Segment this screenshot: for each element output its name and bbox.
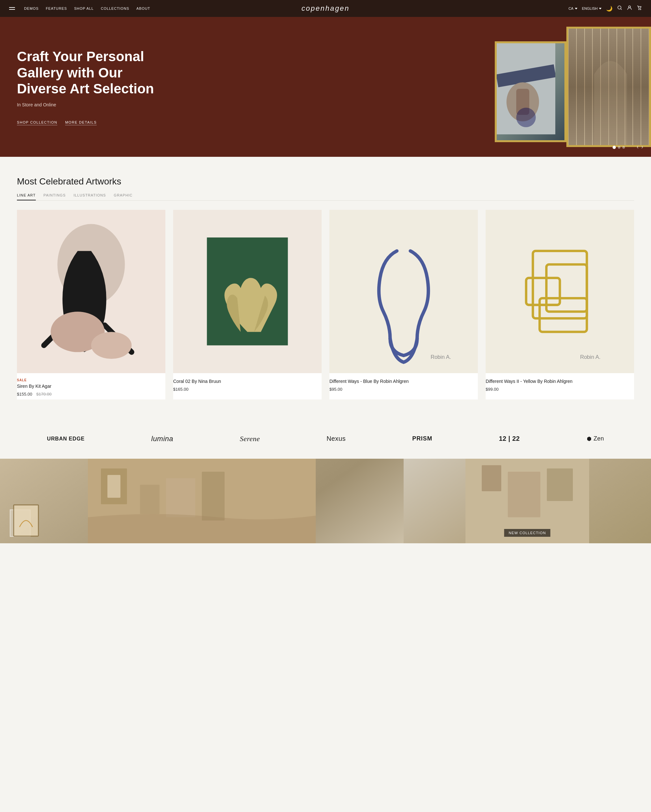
artwork-card-4[interactable]: Robin A. Different Ways II - Yellow By R… [486, 210, 634, 400]
artwork-info-3: Different Ways - Blue By Robin Ahlgren $… [329, 373, 478, 395]
svg-line-3 [621, 9, 622, 10]
svg-rect-24 [107, 475, 121, 498]
bottom-image-left [0, 459, 403, 543]
svg-rect-31 [508, 472, 540, 517]
brand-lumina[interactable]: lumina [151, 435, 173, 443]
svg-rect-10 [516, 89, 529, 115]
artwork-name-2: Coral 02 By Nina Bruun [173, 379, 322, 384]
hero-artwork-1-svg [497, 43, 555, 134]
nav-link-demos[interactable]: DEMOS [24, 6, 39, 11]
brand-prism[interactable]: PRISM [413, 435, 432, 442]
svg-point-4 [628, 6, 631, 8]
svg-rect-26 [166, 478, 195, 517]
hero-images [495, 17, 651, 157]
nav-left: DEMOS FEATURES SHOP ALL COLLECTIONS ABOU… [9, 6, 150, 11]
language-label: ENGLISH [582, 6, 598, 11]
chevron-down-icon [575, 7, 578, 10]
hero-dots [613, 146, 625, 149]
svg-marker-1 [599, 8, 602, 9]
brand-1222[interactable]: 12 | 22 [499, 435, 520, 443]
nav-link-features[interactable]: FEATURES [46, 6, 67, 11]
arch-svg [568, 29, 651, 147]
more-details-button[interactable]: MORE DETAILS [65, 121, 97, 125]
artwork-img-wrap-2 [173, 210, 322, 373]
bottom-image-right: New Collection [403, 459, 651, 543]
svg-rect-30 [482, 465, 501, 491]
locale-selector[interactable]: CA [568, 6, 577, 11]
brand-zen[interactable]: Zen [587, 435, 604, 442]
svg-text:Robin A.: Robin A. [431, 354, 451, 360]
zen-label: Zen [594, 435, 604, 442]
main-nav: DEMOS FEATURES SHOP ALL COLLECTIONS ABOU… [0, 0, 651, 17]
artwork-info-4: Different Ways II - Yellow By Robin Ahlg… [486, 373, 634, 395]
artwork-name-4: Different Ways II - Yellow By Robin Ahlg… [486, 379, 634, 384]
tab-paintings[interactable]: PAINTINGS [44, 193, 66, 200]
svg-point-13 [91, 332, 131, 359]
tab-line-art[interactable]: LINE ART [17, 193, 36, 200]
brand-serene[interactable]: Serene [240, 435, 260, 443]
search-icon[interactable] [617, 5, 622, 12]
artwork-price-4: $99.00 [486, 387, 499, 392]
artwork-card-2[interactable]: Coral 02 By Nina Bruun $165.00 [173, 210, 322, 400]
hero-subtitle: In Store and Online [17, 102, 165, 107]
siren-artwork-svg [17, 210, 165, 373]
svg-marker-21 [587, 437, 591, 441]
tab-illustrations[interactable]: ILLUSTRATIONS [73, 193, 106, 200]
hero-arrows: ‹ › [637, 143, 643, 150]
shop-collection-button[interactable]: SHOP COLLECTION [17, 121, 57, 125]
sale-badge-1: SALE [17, 379, 165, 382]
next-arrow[interactable]: › [641, 143, 643, 150]
artworks-title: Most Celebrated Artworks [17, 176, 634, 187]
svg-marker-0 [575, 8, 578, 9]
nav-link-shopall[interactable]: SHOP ALL [74, 6, 94, 11]
artwork-price-1: $155.00 [17, 392, 32, 397]
artwork-card-3[interactable]: Robin A. Different Ways - Blue By Robin … [329, 210, 478, 400]
artworks-section: Most Celebrated Artworks LINE ART PAINTI… [0, 157, 651, 419]
hamburger-button[interactable] [9, 7, 15, 10]
svg-point-5 [639, 9, 639, 10]
nav-center: copenhagen [301, 4, 350, 13]
svg-point-6 [640, 9, 641, 10]
artwork-price-2: $165.00 [173, 387, 188, 392]
dot-2[interactable] [618, 146, 620, 149]
cart-icon[interactable] [637, 5, 642, 12]
account-icon[interactable] [627, 5, 632, 12]
language-selector[interactable]: ENGLISH [582, 6, 602, 11]
artwork-info-1: SALE Siren By Kit Agar $155.00 $170.00 [17, 373, 165, 400]
hero-title: Craft Your Personal Gallery with Our Div… [17, 49, 165, 97]
theme-toggle-icon[interactable]: 🌙 [606, 6, 613, 12]
dot-3[interactable] [622, 146, 625, 149]
dot-1[interactable] [613, 146, 616, 149]
artwork-name-1: Siren By Kit Agar [17, 383, 165, 389]
prev-arrow[interactable]: ‹ [637, 143, 639, 150]
nav-link-collections[interactable]: COLLECTIONS [101, 6, 129, 11]
hero-artwork-2 [566, 27, 651, 147]
locale-label: CA [568, 6, 573, 11]
yellow-artwork-svg: Robin A. [486, 210, 634, 373]
hero-artwork-1 [495, 41, 566, 142]
chevron-down-icon-lang [599, 7, 602, 10]
artwork-img-wrap-3: Robin A. [329, 210, 478, 373]
artwork-name-3: Different Ways - Blue By Robin Ahlgren [329, 379, 478, 384]
artwork-card-1[interactable]: SALE Siren By Kit Agar $155.00 $170.00 [17, 210, 165, 400]
bottom-art-piece [13, 504, 39, 537]
brand-nexus[interactable]: Nexus [327, 435, 346, 443]
svg-rect-25 [140, 485, 159, 514]
artwork-img-wrap-1 [17, 210, 165, 373]
tab-graphic[interactable]: GRAPHIC [114, 193, 133, 200]
svg-rect-27 [202, 472, 225, 520]
artwork-grid: SALE Siren By Kit Agar $155.00 $170.00 C… [17, 210, 634, 400]
nav-right: CA ENGLISH 🌙 [568, 5, 642, 12]
zen-hex-icon [587, 436, 592, 441]
svg-text:Robin A.: Robin A. [580, 354, 601, 360]
blue-artwork-svg: Robin A. [329, 210, 478, 373]
hero-buttons: SHOP COLLECTION MORE DETAILS [17, 121, 165, 125]
artwork-price-3: $95.00 [329, 387, 342, 392]
nav-link-about[interactable]: ABOUT [136, 6, 150, 11]
brands-section: URBAN EDGE lumina Serene Nexus PRISM 12 … [0, 419, 651, 459]
brand-urban-edge[interactable]: URBAN EDGE [47, 436, 85, 442]
svg-rect-32 [547, 469, 573, 501]
hero-content: Craft Your Personal Gallery with Our Div… [0, 29, 182, 145]
brand-logo[interactable]: copenhagen [301, 4, 350, 12]
new-collection-badge[interactable]: New Collection [504, 529, 550, 537]
